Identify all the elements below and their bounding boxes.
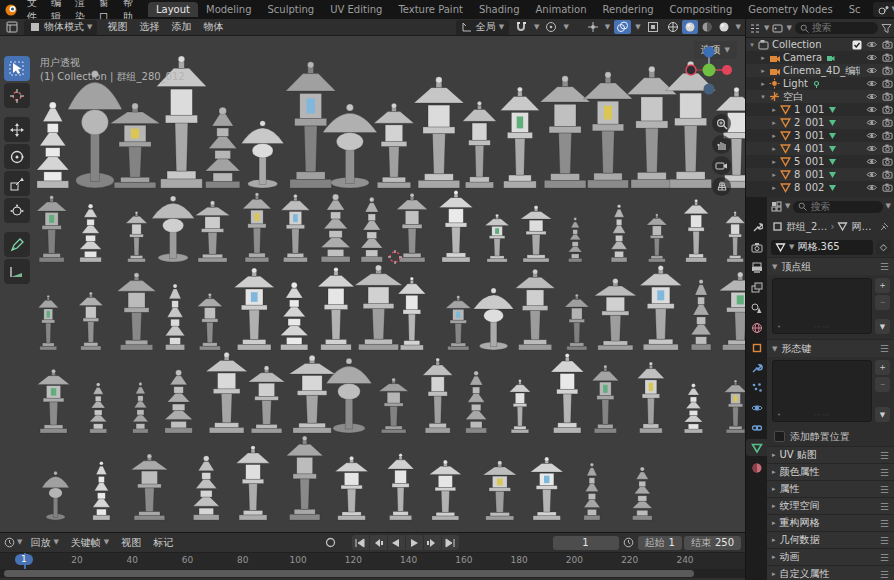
lantern-model[interactable]	[485, 214, 509, 262]
lantern-model[interactable]	[594, 278, 636, 350]
shape-keys-panel-header[interactable]: ▼ 形态键 ☰	[767, 339, 894, 357]
hide-eye-icon[interactable]	[866, 65, 878, 76]
jump-to-end-button[interactable]	[442, 535, 459, 550]
panel-menu-icon[interactable]: ☰	[880, 535, 890, 546]
timeline-editor-icon[interactable]	[4, 537, 15, 548]
proportional-editing-icon[interactable]	[543, 20, 559, 34]
lantern-model[interactable]	[286, 62, 336, 188]
timeline-menu-2[interactable]: 视图	[115, 535, 147, 551]
gizmo-z-neg-axis[interactable]	[704, 84, 715, 95]
lantern-model[interactable]	[286, 436, 322, 520]
properties-tab-object[interactable]	[746, 339, 767, 356]
remove-shape-key-button[interactable]: －	[875, 377, 890, 392]
panel-expand-twisty[interactable]: ▸	[772, 553, 776, 561]
lantern-model[interactable]	[379, 378, 409, 433]
collection-checkbox-icon[interactable]	[852, 40, 862, 50]
lantern-model[interactable]	[321, 194, 350, 262]
hide-eye-icon[interactable]	[866, 39, 878, 50]
lantern-model[interactable]	[326, 358, 371, 433]
disable-render-camera-icon[interactable]	[882, 117, 893, 128]
collapsed-panel-7[interactable]: ▸自定义属性☰	[767, 565, 894, 580]
overlays-icon[interactable]	[614, 20, 631, 34]
lantern-model[interactable]	[68, 71, 122, 188]
panel-expand-twisty[interactable]: ▸	[772, 570, 776, 578]
lantern-model[interactable]	[584, 72, 633, 188]
expand-twisty[interactable]: ▸	[770, 119, 778, 127]
measure-tool[interactable]	[4, 259, 30, 284]
mesh-datablock-field[interactable]: ▼ 网格.365	[771, 240, 873, 255]
viewport-menu-2[interactable]: 添加	[165, 19, 197, 35]
zoom-view-icon[interactable]	[712, 114, 731, 133]
pin-id-icon[interactable]	[879, 221, 890, 232]
panel-menu-icon[interactable]: ☰	[880, 484, 890, 495]
collapsed-panel-1[interactable]: ▸颜色属性☰	[767, 463, 894, 480]
lantern-model[interactable]	[165, 284, 184, 350]
expand-twisty[interactable]: ▸	[759, 80, 767, 88]
lantern-model[interactable]	[206, 352, 247, 433]
current-frame-badge[interactable]: 1	[15, 554, 33, 565]
lantern-model[interactable]	[37, 369, 69, 433]
disable-render-camera-icon[interactable]	[882, 156, 893, 167]
collapsed-panel-4[interactable]: ▸重构网格☰	[767, 514, 894, 531]
outliner-editor-dropdown[interactable]: ▼	[764, 25, 769, 32]
add-rest-position-checkbox[interactable]	[774, 431, 785, 442]
add-vertex-group-button[interactable]: ＋	[875, 278, 890, 293]
perspective-toggle-icon[interactable]	[712, 177, 731, 196]
play-button[interactable]	[406, 535, 423, 550]
remove-vertex-group-button[interactable]: －	[875, 295, 890, 310]
lantern-model[interactable]	[42, 471, 69, 520]
shading-wireframe-icon[interactable]	[665, 20, 681, 34]
disable-render-camera-icon[interactable]	[882, 39, 893, 50]
lantern-model[interactable]	[236, 446, 269, 520]
lantern-model[interactable]	[551, 353, 584, 433]
properties-tab-data[interactable]	[746, 439, 767, 456]
lantern-model[interactable]	[248, 366, 285, 433]
lantern-model[interactable]	[374, 103, 414, 188]
timeline-ruler[interactable]: 1 20406080100120140160180200220240	[0, 552, 745, 569]
expand-twisty[interactable]: ▸	[770, 132, 778, 140]
shading-dropdown[interactable]: ▼	[736, 24, 741, 31]
lantern-model[interactable]	[133, 382, 149, 433]
lantern-model[interactable]	[234, 268, 274, 350]
expand-twisty[interactable]: ▾	[759, 93, 767, 101]
lantern-model[interactable]	[515, 269, 555, 350]
properties-tab-output[interactable]	[746, 259, 767, 276]
hide-eye-icon[interactable]	[866, 52, 878, 63]
lantern-model[interactable]	[243, 193, 271, 262]
gizmo-x-axis[interactable]	[722, 65, 732, 75]
hide-eye-icon[interactable]	[866, 169, 878, 180]
gizmo-dropdown[interactable]: ▼	[605, 24, 610, 31]
outliner-row-camera[interactable]: ▸Camera	[746, 51, 894, 64]
hide-eye-icon[interactable]	[866, 156, 878, 167]
lantern-model[interactable]	[38, 295, 58, 350]
hide-eye-icon[interactable]	[866, 143, 878, 154]
lantern-model[interactable]	[37, 195, 67, 262]
expand-twisty[interactable]: ▸	[759, 67, 767, 75]
workspace-tab-modeling[interactable]: Modeling	[198, 2, 260, 17]
lantern-model[interactable]	[280, 282, 308, 350]
disable-render-camera-icon[interactable]	[882, 130, 893, 141]
disable-render-camera-icon[interactable]	[882, 65, 893, 76]
lantern-model[interactable]	[355, 265, 403, 350]
expand-twisty[interactable]: ▸	[759, 54, 767, 62]
next-keyframe-button[interactable]	[424, 535, 441, 550]
lantern-model[interactable]	[193, 456, 219, 520]
workspace-tab-animation[interactable]: Animation	[528, 2, 595, 17]
lantern-model[interactable]	[197, 293, 222, 350]
select-box-tool[interactable]	[4, 56, 30, 81]
panel-menu-icon[interactable]: ☰	[880, 261, 890, 272]
collapsed-panel-3[interactable]: ▸纹理空间☰	[767, 497, 894, 514]
lantern-model[interactable]	[429, 460, 461, 520]
panel-menu-icon[interactable]: ☰	[880, 467, 890, 478]
disable-render-camera-icon[interactable]	[882, 143, 893, 154]
panel-menu-icon[interactable]: ☰	[880, 518, 890, 529]
lantern-model[interactable]	[446, 295, 471, 350]
vertex-group-specials-dropdown[interactable]: ▼	[875, 319, 890, 334]
panel-expand-twisty[interactable]: ▸	[772, 502, 776, 510]
lantern-model[interactable]	[423, 358, 453, 433]
timeline-scrollbar-thumb[interactable]	[4, 570, 694, 577]
vertex-groups-list[interactable]: •⋯⋯	[772, 278, 872, 334]
timeline-editor-dropdown[interactable]: ▼	[17, 539, 22, 546]
lantern-model[interactable]	[318, 267, 355, 350]
lantern-model[interactable]	[530, 457, 563, 520]
